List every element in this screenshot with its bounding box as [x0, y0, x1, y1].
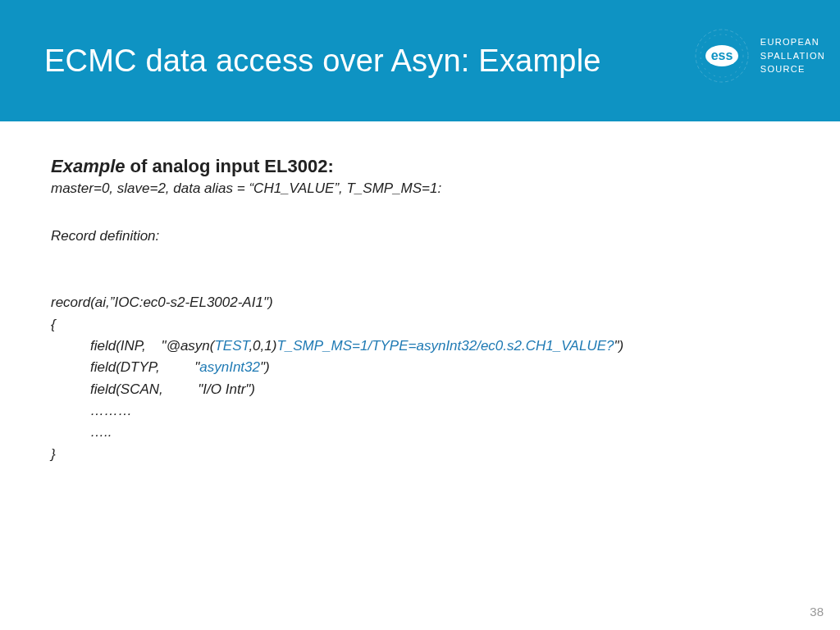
example-params: master=0, slave=2, data alias = “CH1_VAL… — [51, 180, 796, 197]
subtitle-rest: of analog input EL3002: — [126, 156, 334, 176]
code-ellipsis-2: ….. — [90, 424, 112, 440]
slide: ECMC data access over Asyn: Example ess … — [0, 0, 840, 630]
record-definition-label: Record definition: — [51, 228, 796, 244]
code-field-inp-c: ,0,1) — [249, 338, 276, 354]
code-field-dtyp-c: ") — [260, 359, 270, 375]
code-asyn-port: TEST — [214, 338, 249, 354]
ess-logo-icon: ess — [692, 26, 751, 85]
code-line-open-brace: { — [51, 317, 56, 332]
code-field-inp-a: field(INP, "@asyn( — [90, 338, 214, 354]
subtitle-emph: Example — [51, 156, 126, 176]
code-asyn-path: T_SMP_MS=1/TYPE=asynInt32/ec0.s2.CH1_VAL… — [276, 338, 614, 354]
code-ellipsis-1: ……… — [90, 403, 132, 418]
org-logo-block: ess EUROPEAN SPALLATION SOURCE — [692, 26, 825, 85]
slide-title: ECMC data access over Asyn: Example — [0, 43, 601, 79]
org-name: EUROPEAN SPALLATION SOURCE — [760, 35, 825, 76]
org-name-line3: SOURCE — [760, 62, 825, 76]
slide-header: ECMC data access over Asyn: Example ess … — [0, 0, 840, 121]
record-code-block: record(ai,”IOC:ec0-s2-EL3002-AI1") { fie… — [51, 271, 796, 465]
code-line-record: record(ai,”IOC:ec0-s2-EL3002-AI1") — [51, 294, 273, 310]
code-dtyp-value: asynInt32 — [199, 359, 260, 375]
code-field-inp-e: ") — [614, 338, 623, 354]
example-subtitle: Example of analog input EL3002: — [51, 156, 796, 177]
page-number: 38 — [810, 605, 824, 619]
org-name-line1: EUROPEAN — [760, 35, 825, 49]
code-line-close-brace: } — [51, 446, 56, 462]
org-name-line2: SPALLATION — [760, 49, 825, 63]
code-field-dtyp-a: field(DTYP, " — [90, 359, 199, 375]
ess-logo-text: ess — [710, 48, 733, 62]
code-field-scan: field(SCAN, "I/O Intr") — [90, 381, 255, 397]
slide-body: Example of analog input EL3002: master=0… — [0, 121, 840, 465]
